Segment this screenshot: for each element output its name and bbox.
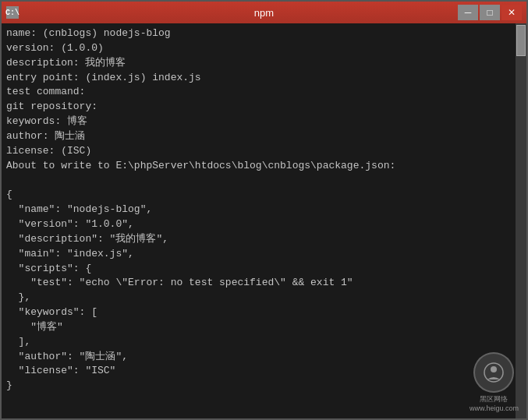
terminal-line: "author": "陶士涵",	[6, 351, 128, 362]
terminal-body: name: (cnblogs) nodejs-blog version: (1.…	[2, 23, 526, 418]
terminal-line: "main": "index.js",	[6, 248, 134, 259]
terminal-line: version: (1.0.0)	[6, 42, 104, 54]
watermark: 黑区网络 www.heigu.com	[470, 352, 519, 412]
close-button[interactable]: ✕	[501, 5, 522, 20]
titlebar-left: C:\	[6, 6, 19, 19]
terminal-line: {	[6, 189, 12, 200]
window-title: npm	[254, 7, 274, 19]
titlebar: C:\ npm ─ □ ✕	[2, 2, 526, 23]
terminal-line: "name": "nodejs-blog",	[6, 203, 152, 215]
terminal-line: "description": "我的博客",	[6, 233, 168, 245]
window-controls: ─ □ ✕	[458, 5, 522, 20]
terminal-line: keywords: 博客	[6, 115, 87, 127]
app-icon: C:\	[6, 6, 19, 19]
watermark-svg	[482, 361, 505, 384]
terminal-line: description: 我的博客	[6, 57, 126, 69]
terminal-line: "scripts": {	[6, 263, 91, 274]
terminal-line: license: (ISC)	[6, 145, 91, 157]
terminal-line: },	[6, 291, 30, 303]
watermark-icon	[473, 352, 514, 393]
watermark-text: 黑区网络 www.heigu.com	[470, 394, 519, 412]
terminal-line: author: 陶士涵	[6, 130, 85, 142]
terminal-line: git repository:	[6, 101, 97, 112]
terminal-line: }	[6, 379, 12, 391]
scrollbar-thumb[interactable]	[516, 25, 526, 56]
terminal-content[interactable]: name: (cnblogs) nodejs-blog version: (1.…	[2, 23, 516, 418]
terminal-window: C:\ npm ─ □ ✕ name: (cnblogs) nodejs-blo…	[0, 0, 528, 420]
terminal-line: "license": "ISC"	[6, 365, 115, 376]
terminal-line: entry point: (index.js) index.js	[6, 72, 201, 83]
terminal-line: "test": "echo \"Error: no test specified…	[6, 277, 353, 288]
terminal-line: test command:	[6, 86, 85, 97]
terminal-line: "version": "1.0.0",	[6, 218, 134, 230]
terminal-line: "keywords": [	[6, 306, 97, 318]
terminal-line: "博客"	[6, 321, 63, 333]
terminal-line: name: (cnblogs) nodejs-blog	[6, 27, 171, 39]
svg-point-1	[491, 366, 497, 372]
terminal-line: About to write to E:\phpServer\htdocs\bl…	[6, 160, 395, 171]
minimize-button[interactable]: ─	[458, 5, 478, 20]
terminal-line: ],	[6, 336, 30, 348]
maximize-button[interactable]: □	[480, 5, 500, 20]
